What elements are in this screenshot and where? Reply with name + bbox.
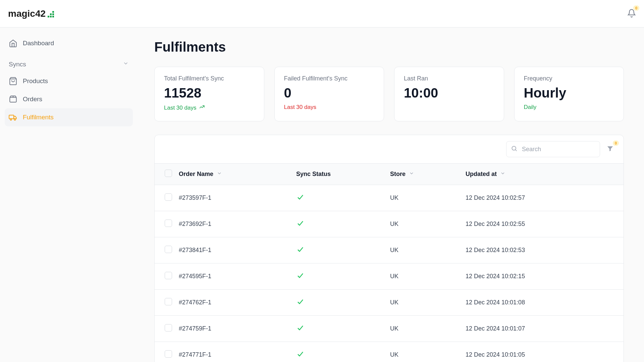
column-header-store[interactable]: Store	[390, 171, 406, 178]
stats-row: Total Fulfilment's Sync 11528 Last 30 da…	[154, 67, 624, 121]
svg-rect-2	[52, 13, 54, 15]
row-checkbox[interactable]	[165, 298, 172, 305]
svg-point-10	[10, 119, 11, 120]
check-icon	[296, 326, 304, 333]
check-icon	[296, 353, 304, 359]
cell-order: #274762F-1	[179, 290, 296, 316]
trend-up-icon	[199, 104, 205, 112]
row-checkbox[interactable]	[165, 350, 172, 358]
sidebar-item-fulfilments[interactable]: Fulfilments	[5, 108, 133, 126]
svg-rect-9	[9, 115, 14, 119]
row-checkbox[interactable]	[165, 246, 172, 253]
cell-updated: 12 Dec 2024 10:01:05	[466, 342, 624, 362]
row-checkbox[interactable]	[165, 272, 172, 279]
cell-store: UK	[390, 316, 466, 342]
stat-label: Last Ran	[404, 75, 494, 82]
sidebar-item-label: Orders	[23, 96, 42, 103]
svg-rect-3	[48, 16, 49, 17]
filter-button[interactable]: 0	[605, 144, 615, 155]
chevron-down-icon	[217, 171, 222, 178]
stat-value: 11528	[164, 85, 255, 101]
row-checkbox[interactable]	[165, 193, 172, 201]
sidebar-item-dashboard[interactable]: Dashboard	[5, 34, 133, 52]
table-row[interactable]: #274759F-1UK12 Dec 2024 10:01:07	[155, 316, 624, 342]
table-row[interactable]: #273841F-1UK12 Dec 2024 10:02:53	[155, 237, 624, 263]
sidebar-item-label: Fulfilments	[23, 114, 54, 121]
notification-button[interactable]: 0	[627, 9, 636, 19]
notification-count: 0	[633, 5, 639, 11]
svg-point-11	[14, 119, 15, 120]
cell-updated: 12 Dec 2024 10:02:55	[466, 211, 624, 237]
check-icon	[296, 196, 304, 202]
sidebar-item-orders[interactable]: Orders	[5, 90, 133, 108]
row-checkbox[interactable]	[165, 220, 172, 227]
table-row[interactable]: #274762F-1UK12 Dec 2024 10:01:08	[155, 290, 624, 316]
column-header-order[interactable]: Order Name	[179, 171, 213, 178]
stat-sub: Last 30 days	[164, 104, 255, 112]
filter-icon	[606, 145, 614, 154]
stat-label: Frequency	[524, 75, 614, 82]
chevron-down-icon	[409, 171, 414, 178]
row-checkbox[interactable]	[165, 324, 172, 331]
check-icon	[296, 222, 304, 229]
svg-rect-7	[10, 98, 16, 102]
stat-label: Failed Fulfilment's Sync	[284, 75, 375, 82]
stat-sub: Last 30 days	[284, 104, 375, 111]
main-content: Fulfilments Total Fulfilment's Sync 1152…	[138, 27, 644, 362]
cell-store: UK	[390, 185, 466, 211]
stat-sub: Daily	[524, 104, 614, 111]
bag-icon	[9, 77, 17, 85]
svg-rect-5	[52, 16, 54, 17]
table-row[interactable]: #274595F-1UK12 Dec 2024 10:02:15	[155, 263, 624, 290]
select-all-checkbox[interactable]	[165, 170, 172, 177]
table-row[interactable]: #273597F-1UK12 Dec 2024 10:02:57	[155, 185, 624, 211]
cell-order: #273692F-1	[179, 211, 296, 237]
sidebar: Dashboard Syncs Products Orders Fulfilme	[0, 27, 138, 362]
search-icon	[511, 145, 518, 153]
cell-order: #273597F-1	[179, 185, 296, 211]
cell-store: UK	[390, 263, 466, 290]
fulfilments-table: Order Name Sync Status Store	[155, 163, 624, 362]
sidebar-section-label: Syncs	[9, 61, 26, 68]
stat-failed-sync: Failed Fulfilment's Sync 0 Last 30 days	[274, 67, 384, 121]
column-header-status: Sync Status	[296, 171, 331, 177]
stat-value: 10:00	[404, 85, 494, 101]
cell-updated: 12 Dec 2024 10:02:15	[466, 263, 624, 290]
cell-order: #274595F-1	[179, 263, 296, 290]
cell-store: UK	[390, 211, 466, 237]
cell-store: UK	[390, 237, 466, 263]
check-icon	[296, 274, 304, 281]
cell-updated: 12 Dec 2024 10:01:07	[466, 316, 624, 342]
box-icon	[9, 95, 17, 104]
filter-count: 0	[613, 140, 619, 146]
sidebar-item-products[interactable]: Products	[5, 72, 133, 90]
cell-order: #274771F-1	[179, 342, 296, 362]
svg-rect-4	[50, 16, 52, 17]
cell-order: #274759F-1	[179, 316, 296, 342]
check-icon	[296, 300, 304, 307]
stat-label: Total Fulfilment's Sync	[164, 75, 255, 82]
search-input[interactable]	[506, 141, 600, 157]
stat-frequency: Frequency Hourly Daily	[514, 67, 624, 121]
sidebar-item-label: Products	[23, 77, 48, 85]
sidebar-section-syncs[interactable]: Syncs	[5, 52, 133, 72]
stat-value: Hourly	[524, 85, 614, 101]
cell-store: UK	[390, 342, 466, 362]
table-row[interactable]: #274771F-1UK12 Dec 2024 10:01:05	[155, 342, 624, 362]
chevron-down-icon	[123, 60, 129, 68]
bell-icon	[627, 13, 636, 18]
cell-store: UK	[390, 290, 466, 316]
column-header-updated[interactable]: Updated at	[466, 171, 497, 178]
svg-line-13	[516, 150, 517, 151]
cell-order: #273841F-1	[179, 237, 296, 263]
brand-logo[interactable]: magic42	[8, 8, 55, 19]
table-row[interactable]: #273692F-1UK12 Dec 2024 10:02:55	[155, 211, 624, 237]
svg-rect-0	[52, 11, 54, 13]
stat-total-sync: Total Fulfilment's Sync 11528 Last 30 da…	[154, 67, 264, 121]
page-title: Fulfilments	[154, 40, 624, 55]
sidebar-item-label: Dashboard	[23, 40, 54, 47]
app-header: magic42 0	[0, 0, 644, 27]
table-toolbar: 0	[155, 135, 624, 163]
brand-logo-icon	[48, 10, 55, 17]
brand-name: magic42	[8, 8, 46, 19]
